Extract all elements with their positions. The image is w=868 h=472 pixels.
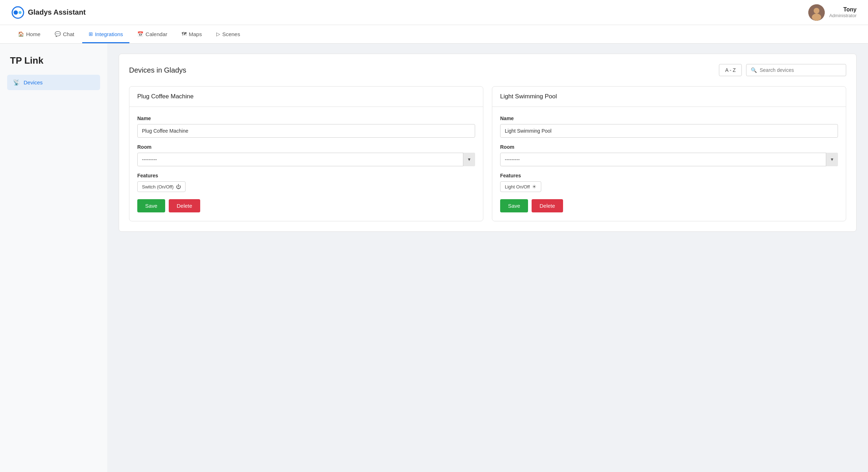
maps-icon: 🗺 [182, 31, 187, 37]
search-icon: 🔍 [751, 67, 757, 73]
calendar-icon: 📅 [137, 31, 143, 37]
sidebar-item-devices[interactable]: 📡 Devices [7, 75, 100, 90]
nav-calendar[interactable]: 📅 Calendar [131, 26, 174, 43]
search-box: 🔍 [746, 64, 846, 76]
name-label-1: Name [500, 115, 838, 121]
save-button-1[interactable]: Save [500, 199, 528, 212]
card-actions-1: Save Delete [500, 199, 838, 212]
nav-maps[interactable]: 🗺 Maps [175, 26, 208, 43]
feature-icon-1: ☀ [532, 184, 537, 190]
device-card-body-1: Name Room --------- ▼ Features [492, 107, 846, 221]
device-card-body-0: Name Room --------- ▼ Features [129, 107, 483, 221]
features-section-0: Features Switch (On/Off) ⏻ [137, 173, 475, 192]
room-select-wrapper-1: --------- ▼ [500, 153, 838, 166]
devices-controls: A - Z 🔍 [719, 64, 846, 76]
nav-calendar-label: Calendar [146, 31, 167, 37]
device-card-title-0: Plug Coffee Machine [129, 87, 483, 107]
svg-point-5 [812, 14, 821, 21]
app-name: Gladys Assistant [28, 8, 86, 16]
page-layout: TP Link 📡 Devices Devices in Gladys A - … [0, 44, 868, 472]
sidebar-title: TP Link [7, 55, 100, 66]
devices-panel: Devices in Gladys A - Z 🔍 Plug Coffee Ma… [119, 54, 857, 232]
devices-icon: 📡 [13, 79, 20, 86]
card-actions-0: Save Delete [137, 199, 475, 212]
device-card-light-swimming-pool: Light Swimming Pool Name Room --------- … [492, 86, 846, 221]
features-label-0: Features [137, 173, 475, 178]
device-card-plug-coffee-machine: Plug Coffee Machine Name Room --------- … [129, 86, 483, 221]
logo-area: Gladys Assistant [11, 6, 86, 19]
nav-home-label: Home [26, 31, 40, 37]
nav-maps-label: Maps [189, 31, 202, 37]
nav-integrations-label: Integrations [95, 31, 123, 37]
scenes-icon: ▷ [216, 31, 220, 37]
features-section-1: Features Light On/Off ☀ [500, 173, 838, 192]
nav-chat[interactable]: 💬 Chat [48, 26, 81, 43]
user-area: Tony Administrator [808, 4, 857, 21]
main-content: Devices in Gladys A - Z 🔍 Plug Coffee Ma… [107, 44, 868, 472]
chat-icon: 💬 [55, 31, 61, 37]
svg-point-4 [814, 8, 819, 14]
sidebar-item-label: Devices [24, 79, 43, 85]
sort-button[interactable]: A - Z [719, 64, 742, 76]
nav-chat-label: Chat [63, 31, 74, 37]
navbar: 🏠 Home 💬 Chat ⊞ Integrations 📅 Calendar … [0, 25, 868, 44]
user-info: Tony Administrator [829, 6, 857, 18]
room-label-1: Room [500, 144, 838, 150]
logo-icon [11, 6, 24, 19]
devices-title: Devices in Gladys [129, 66, 186, 74]
room-select-1[interactable]: --------- [500, 153, 838, 166]
nav-scenes[interactable]: ▷ Scenes [210, 26, 247, 43]
sidebar: TP Link 📡 Devices [0, 44, 107, 472]
room-label-0: Room [137, 144, 475, 150]
delete-button-0[interactable]: Delete [169, 199, 200, 212]
feature-badge-text-1: Light On/Off [505, 184, 530, 190]
svg-point-2 [19, 11, 21, 14]
feature-badge-text-0: Switch (On/Off) [142, 184, 174, 190]
feature-icon-0: ⏻ [176, 184, 181, 190]
feature-badge-1: Light On/Off ☀ [500, 181, 541, 192]
svg-point-1 [14, 10, 18, 15]
integrations-icon: ⊞ [89, 31, 93, 37]
name-input-0[interactable] [137, 124, 475, 138]
device-card-title-1: Light Swimming Pool [492, 87, 846, 107]
room-select-0[interactable]: --------- [137, 153, 475, 166]
feature-badge-0: Switch (On/Off) ⏻ [137, 181, 186, 192]
features-label-1: Features [500, 173, 838, 178]
home-icon: 🏠 [18, 31, 24, 37]
nav-integrations[interactable]: ⊞ Integrations [82, 26, 129, 43]
save-button-0[interactable]: Save [137, 199, 165, 212]
avatar [808, 4, 825, 21]
user-role: Administrator [829, 13, 857, 18]
devices-grid: Plug Coffee Machine Name Room --------- … [129, 86, 846, 221]
nav-scenes-label: Scenes [222, 31, 240, 37]
name-label-0: Name [137, 115, 475, 121]
user-name: Tony [829, 6, 857, 13]
nav-home[interactable]: 🏠 Home [11, 26, 47, 43]
topbar: Gladys Assistant Tony Administrator [0, 0, 868, 25]
name-input-1[interactable] [500, 124, 838, 138]
search-input[interactable] [760, 67, 842, 73]
delete-button-1[interactable]: Delete [532, 199, 563, 212]
devices-header: Devices in Gladys A - Z 🔍 [129, 64, 846, 76]
room-select-wrapper-0: --------- ▼ [137, 153, 475, 166]
